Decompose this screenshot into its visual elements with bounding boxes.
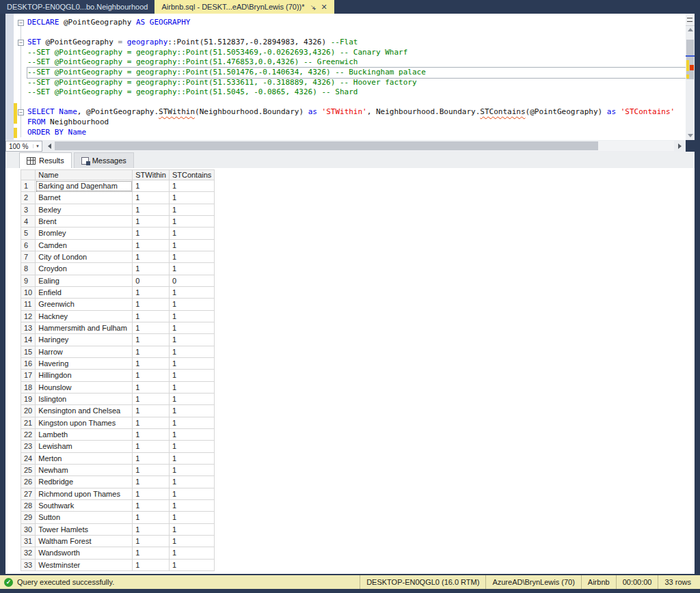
grid-cell[interactable]: 1 (169, 251, 214, 262)
grid-cell[interactable]: 1 (169, 535, 214, 547)
grid-cell[interactable]: Merton (36, 452, 133, 464)
row-number[interactable]: 23 (21, 441, 36, 452)
grid-cell[interactable]: 1 (169, 310, 214, 322)
grid-cell[interactable]: Waltham Forest (36, 535, 133, 547)
row-number[interactable]: 12 (21, 310, 36, 322)
grid-cell[interactable]: 1 (169, 346, 214, 357)
grid-cell[interactable]: 1 (133, 227, 170, 239)
grid-cell[interactable]: Redbridge (36, 476, 133, 488)
column-header[interactable]: Name (36, 170, 133, 180)
row-number[interactable]: 9 (21, 275, 36, 286)
grid-cell[interactable]: 1 (169, 476, 214, 488)
row-number[interactable]: 19 (21, 393, 36, 404)
grid-cell[interactable]: 1 (133, 452, 170, 464)
grid-cell[interactable]: Richmond upon Thames (36, 488, 133, 499)
grid-cell[interactable]: 1 (169, 357, 214, 369)
splitter-handle[interactable] (686, 14, 695, 26)
row-number[interactable]: 6 (21, 239, 36, 251)
grid-cell[interactable]: 1 (169, 512, 214, 523)
code-line[interactable]: --SET @PointGeography = geography::Point… (27, 78, 686, 88)
row-number[interactable]: 7 (21, 251, 36, 262)
grid-cell[interactable]: Newham (36, 464, 133, 475)
grid-cell[interactable]: 1 (133, 310, 170, 322)
grid-cell[interactable]: Hillingdon (36, 370, 133, 381)
grid-cell[interactable]: 1 (169, 192, 214, 204)
code-line[interactable]: DECLARE @PointGeography AS GEOGRAPHY (27, 18, 686, 28)
grid-cell[interactable]: 1 (133, 547, 170, 559)
grid-cell[interactable]: Croydon (36, 263, 133, 275)
grid-cell[interactable]: Wandsworth (36, 547, 133, 559)
grid-cell[interactable]: 1 (169, 523, 214, 535)
grid-cell[interactable]: 1 (169, 559, 214, 570)
code-line[interactable] (27, 98, 686, 108)
grid-cell[interactable]: Lewisham (36, 441, 133, 452)
grid-cell[interactable]: 1 (169, 488, 214, 499)
row-number[interactable]: 29 (21, 512, 36, 523)
grid-cell[interactable]: 1 (169, 464, 214, 475)
grid-cell[interactable]: 1 (133, 251, 170, 262)
grid-cell[interactable]: Bexley (36, 204, 133, 215)
collapse-toggle-icon[interactable]: – (18, 109, 24, 115)
code-line[interactable]: ORDER BY Name (27, 128, 686, 138)
grid-cell[interactable]: 1 (133, 180, 170, 192)
row-number[interactable]: 11 (21, 299, 36, 310)
grid-cell[interactable]: 1 (169, 381, 214, 393)
grid-cell[interactable]: 1 (133, 299, 170, 310)
grid-cell[interactable]: 1 (133, 263, 170, 275)
document-tab-neighbourhood[interactable]: DESKTOP-EN0QGL0...bo.Neighbourhood (0, 0, 154, 14)
grid-cell[interactable]: 1 (169, 452, 214, 464)
row-number[interactable]: 1 (21, 180, 36, 192)
row-number[interactable]: 25 (21, 464, 36, 475)
grid-cell[interactable]: 0 (133, 275, 170, 286)
grid-cell[interactable]: Kingston upon Thames (36, 417, 133, 428)
code-line[interactable]: SET @PointGeography = geography::Point(5… (27, 38, 686, 48)
sql-editor[interactable]: ––– DECLARE @PointGeography AS GEOGRAPHY… (5, 14, 686, 140)
grid-cell[interactable]: Hackney (36, 310, 133, 322)
grid-cell[interactable]: 1 (133, 357, 170, 369)
grid-cell[interactable]: 1 (133, 405, 170, 417)
row-number[interactable]: 2 (21, 192, 36, 204)
grid-cell[interactable]: Ealing (36, 275, 133, 286)
grid-cell[interactable]: 1 (133, 428, 170, 440)
grid-cell[interactable]: Islington (36, 393, 133, 404)
grid-cell[interactable]: 1 (133, 239, 170, 251)
grid-cell[interactable]: 1 (169, 393, 214, 404)
grid-cell[interactable]: Hammersmith and Fulham (36, 322, 133, 333)
row-number[interactable]: 30 (21, 523, 36, 535)
row-number[interactable]: 27 (21, 488, 36, 499)
grid-cell[interactable]: 1 (133, 393, 170, 404)
chevron-down-icon[interactable]: ▼ (33, 144, 42, 148)
code-line[interactable]: FROM Neighbourhood (27, 118, 686, 128)
grid-cell[interactable]: 1 (133, 370, 170, 381)
code-line[interactable]: SELECT Name, @PointGeography.STWithin(Ne… (27, 107, 686, 118)
row-number[interactable]: 18 (21, 381, 36, 393)
grid-cell[interactable]: 1 (133, 476, 170, 488)
grid-cell[interactable]: Haringey (36, 334, 133, 346)
column-header-rownum[interactable] (21, 170, 36, 180)
scroll-down-icon[interactable] (688, 134, 693, 137)
results-grid[interactable]: NameSTWithinSTContains 1Barking and Dage… (21, 169, 215, 571)
row-number[interactable]: 8 (21, 263, 36, 275)
grid-cell[interactable]: 1 (133, 346, 170, 357)
grid-cell[interactable]: 1 (169, 286, 214, 298)
grid-cell[interactable]: Hounslow (36, 381, 133, 393)
grid-cell[interactable]: 1 (169, 499, 214, 511)
row-number[interactable]: 17 (21, 370, 36, 381)
grid-cell[interactable]: Tower Hamlets (36, 523, 133, 535)
grid-cell[interactable]: 1 (169, 239, 214, 251)
code-line[interactable]: --SET @PointGeography = geography::Point… (27, 57, 686, 68)
code-line[interactable]: --SET @PointGeography = geography::Point… (27, 48, 686, 58)
pin-icon[interactable]: 📌︎ (310, 3, 317, 11)
grid-cell[interactable]: 1 (133, 488, 170, 499)
grid-cell[interactable]: 1 (133, 322, 170, 333)
grid-cell[interactable]: 1 (169, 263, 214, 275)
row-number[interactable]: 5 (21, 227, 36, 239)
row-number[interactable]: 16 (21, 357, 36, 369)
hscroll-thumb[interactable] (55, 141, 598, 150)
grid-cell[interactable]: 1 (169, 204, 214, 215)
tab-messages[interactable]: Messages (74, 152, 134, 168)
grid-cell[interactable]: 1 (133, 499, 170, 511)
grid-cell[interactable]: 1 (169, 428, 214, 440)
editor-vscrollbar[interactable] (686, 14, 695, 140)
row-number[interactable]: 22 (21, 428, 36, 440)
